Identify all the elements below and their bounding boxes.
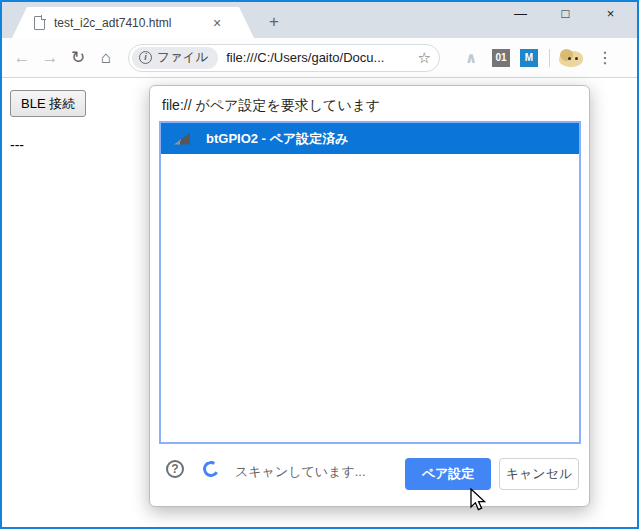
maximize-button[interactable]: □ bbox=[543, 2, 588, 28]
navigation-toolbar: ← → ↻ ⌂ i ファイル file:///C:/Users/gaito/Do… bbox=[2, 38, 637, 78]
status-text: --- bbox=[10, 137, 24, 153]
window-controls: — □ × bbox=[498, 2, 633, 30]
site-info-chip[interactable]: i ファイル bbox=[132, 47, 218, 69]
bookmark-star-icon[interactable]: ☆ bbox=[418, 49, 431, 67]
dialog-footer: ? スキャンしています... ペア設定 キャンセル bbox=[150, 442, 589, 506]
extension-01-icon[interactable]: 01 bbox=[492, 49, 510, 67]
signal-strength-icon bbox=[174, 133, 190, 145]
info-icon: i bbox=[139, 51, 152, 64]
back-icon[interactable]: ← bbox=[8, 44, 36, 72]
tab-test-i2c-adt7410[interactable]: test_i2c_adt7410.html × bbox=[12, 7, 254, 38]
forward-icon[interactable]: → bbox=[36, 44, 64, 72]
extensions-area: ∧ 01 M ⋮ bbox=[460, 48, 615, 68]
browser-window: test_i2c_adt7410.html × + — □ × ← → ↻ ⌂ … bbox=[0, 0, 639, 529]
bluetooth-pair-dialog: file:// がペア設定を要求しています btGPIO2 - ペア設定済み ?… bbox=[149, 85, 590, 507]
address-bar[interactable]: i ファイル file:///C:/Users/gaito/Docu... ☆ bbox=[128, 44, 440, 72]
page-file-icon bbox=[34, 16, 45, 30]
device-row-selected[interactable]: btGPIO2 - ペア設定済み bbox=[161, 123, 579, 154]
scanning-spinner-icon bbox=[201, 459, 221, 479]
pair-button[interactable]: ペア設定 bbox=[405, 458, 491, 490]
url-text: file:///C:/Users/gaito/Docu... bbox=[226, 50, 404, 65]
toolbar-separator bbox=[549, 49, 550, 67]
close-button[interactable]: × bbox=[588, 2, 633, 28]
new-tab-button[interactable]: + bbox=[262, 10, 286, 34]
hamster-eye bbox=[575, 57, 578, 60]
reload-icon[interactable]: ↻ bbox=[64, 44, 92, 72]
hamster-eye bbox=[568, 57, 571, 60]
tab-strip: test_i2c_adt7410.html × + — □ × bbox=[2, 2, 637, 38]
ble-connect-button[interactable]: BLE 接続 bbox=[10, 90, 86, 117]
dialog-title: file:// がペア設定を要求しています bbox=[162, 97, 380, 115]
minimize-button[interactable]: — bbox=[498, 2, 543, 28]
device-list[interactable]: btGPIO2 - ペア設定済み bbox=[159, 121, 581, 444]
device-label: btGPIO2 - ペア設定済み bbox=[206, 130, 348, 148]
hamster-patch bbox=[560, 49, 573, 61]
cancel-button[interactable]: キャンセル bbox=[499, 458, 579, 490]
home-icon[interactable]: ⌂ bbox=[92, 44, 120, 72]
help-icon[interactable]: ? bbox=[166, 460, 184, 478]
tab-title: test_i2c_adt7410.html bbox=[54, 16, 204, 30]
acrobat-extension-icon[interactable]: ∧ bbox=[460, 49, 482, 67]
hamster-extension-icon[interactable] bbox=[559, 48, 583, 68]
extension-m-icon[interactable]: M bbox=[520, 49, 538, 67]
scanning-text: スキャンしています... bbox=[235, 463, 366, 481]
tab-close-icon[interactable]: × bbox=[208, 15, 226, 31]
site-info-label: ファイル bbox=[157, 49, 208, 66]
chrome-menu-icon[interactable]: ⋮ bbox=[595, 48, 615, 67]
